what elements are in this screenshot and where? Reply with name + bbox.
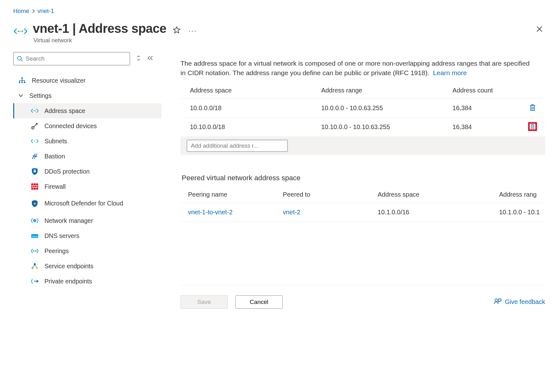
col-peer-address-range: Address rang: [492, 187, 545, 203]
give-feedback-link[interactable]: Give feedback: [494, 298, 545, 306]
chevron-down-icon: [18, 93, 24, 98]
breadcrumb: Home vnet-1: [13, 8, 545, 15]
peered-section-title: Peered virtual network address space: [182, 174, 545, 182]
add-address-input[interactable]: [187, 140, 288, 152]
sidebar-item-label: Firewall: [44, 183, 66, 190]
page-title: vnet-1 | Address space: [33, 21, 166, 36]
peerings-icon: [31, 247, 39, 255]
col-peer-address-space: Address space: [370, 187, 492, 203]
peered-to-link[interactable]: vnet-2: [283, 209, 301, 216]
shield-icon: [31, 167, 39, 175]
col-address-range: Address range: [312, 82, 443, 99]
sidebar-item-label: Private endpoints: [44, 278, 92, 285]
cell-address-range: 10.10.0.0 - 10.10.63.255: [312, 117, 443, 136]
sidebar-item-settings[interactable]: Settings: [13, 88, 162, 103]
cell-peer-address-range: 10.1.0.0 - 10.1: [492, 203, 545, 222]
more-menu-icon[interactable]: ···: [188, 27, 197, 35]
svg-point-21: [35, 250, 37, 252]
sidebar-item-label: Peerings: [44, 247, 69, 255]
svg-point-10: [35, 110, 36, 111]
sidebar-item-label: Resource visualizer: [32, 77, 85, 84]
col-peering-name: Peering name: [180, 187, 275, 203]
sort-chevrons-icon[interactable]: [136, 55, 141, 63]
svg-point-24: [32, 267, 33, 269]
sidebar-item-address-space[interactable]: Address space: [13, 103, 162, 118]
svg-rect-8: [24, 82, 25, 83]
cell-address-count: 16,384: [443, 98, 520, 117]
feedback-icon: [494, 298, 502, 306]
svg-point-25: [36, 267, 38, 269]
subnets-icon: [31, 137, 39, 145]
col-address-space: Address space: [180, 82, 312, 99]
svg-point-13: [34, 140, 35, 141]
svg-line-4: [21, 60, 22, 61]
sidebar-item-label: Microsoft Defender for Cloud: [44, 200, 123, 207]
sidebar-item-network-manager[interactable]: Network manager: [13, 213, 162, 228]
sidebar-item-label: Network manager: [44, 217, 93, 224]
svg-point-0: [18, 30, 19, 32]
cell-peer-address-space: 10.1.0.0/16: [370, 203, 492, 222]
firewall-icon: [31, 182, 39, 191]
sidebar-item-connected-devices[interactable]: Connected devices: [13, 118, 162, 134]
sidebar-item-defender-for-cloud[interactable]: Microsoft Defender for Cloud: [13, 194, 162, 213]
sidebar-item-label: Settings: [29, 92, 51, 99]
svg-point-23: [34, 263, 36, 265]
collapse-sidebar-icon[interactable]: [147, 55, 153, 62]
svg-point-3: [18, 56, 21, 60]
sidebar-item-label: Connected devices: [44, 122, 97, 130]
connected-devices-icon: [31, 122, 39, 130]
sidebar-item-peerings[interactable]: Peerings: [13, 243, 162, 258]
cell-address-count: 16,384: [443, 117, 520, 136]
sidebar-item-subnets[interactable]: Subnets: [13, 134, 162, 149]
close-button[interactable]: [534, 23, 545, 35]
sidebar-item-dns-servers[interactable]: www DNS servers: [13, 228, 162, 243]
save-button[interactable]: Save: [180, 295, 228, 309]
resource-visualizer-icon: [18, 76, 26, 85]
chevron-right-icon: [32, 8, 35, 15]
private-endpoints-icon: [31, 277, 39, 285]
cancel-button[interactable]: Cancel: [235, 295, 283, 309]
sidebar-item-private-endpoints[interactable]: Private endpoints: [13, 274, 162, 289]
page-subtitle: Virtual network: [33, 37, 166, 44]
sidebar-item-ddos-protection[interactable]: DDoS protection: [13, 164, 162, 179]
sidebar-item-label: Bastion: [44, 153, 65, 160]
sidebar-item-bastion[interactable]: Bastion: [13, 149, 162, 164]
col-peered-to: Peered to: [275, 187, 370, 203]
delete-row-button[interactable]: [528, 103, 537, 112]
sidebar-search[interactable]: [13, 52, 130, 65]
svg-point-12: [32, 128, 33, 128]
bastion-icon: [31, 152, 39, 160]
svg-point-1: [20, 30, 21, 32]
dns-servers-icon: www: [31, 232, 39, 240]
sidebar-item-label: Subnets: [44, 138, 67, 145]
cell-address-space: 10.10.0.0/18: [180, 117, 312, 136]
search-input[interactable]: [23, 55, 130, 62]
peering-name-link[interactable]: vnet-1-to-vnet-2: [188, 209, 233, 216]
add-address-row: [180, 136, 545, 155]
service-endpoints-icon: [31, 262, 39, 270]
delete-row-button-highlighted[interactable]: [528, 122, 537, 131]
favorite-star-icon[interactable]: [173, 26, 181, 36]
breadcrumb-home[interactable]: Home: [13, 8, 29, 15]
svg-rect-14: [34, 170, 36, 172]
address-space-icon: [31, 107, 39, 115]
col-address-count: Address count: [443, 82, 520, 99]
cell-address-range: 10.0.0.0 - 10.0.63.255: [312, 98, 443, 117]
search-icon: [17, 56, 23, 62]
learn-more-link[interactable]: Learn more: [433, 69, 467, 76]
svg-point-2: [21, 30, 23, 32]
sidebar-item-firewall[interactable]: Firewall: [13, 179, 162, 194]
breadcrumb-current[interactable]: vnet-1: [38, 8, 54, 15]
svg-point-16: [34, 203, 36, 205]
svg-point-9: [33, 110, 34, 111]
svg-rect-5: [21, 77, 23, 79]
table-row: 10.0.0.0/18 10.0.0.0 - 10.0.63.255 16,38…: [180, 98, 545, 117]
sidebar-item-service-endpoints[interactable]: Service endpoints: [13, 258, 162, 274]
cell-address-space: 10.0.0.0/18: [180, 98, 312, 117]
address-space-table: Address space Address range Address coun…: [180, 82, 545, 155]
svg-point-20: [33, 250, 34, 252]
svg-rect-6: [19, 82, 20, 83]
sidebar-item-resource-visualizer[interactable]: Resource visualizer: [13, 73, 162, 88]
peered-table: Peering name Peered to Address space Add…: [180, 187, 545, 222]
vnet-icon: [13, 24, 28, 39]
